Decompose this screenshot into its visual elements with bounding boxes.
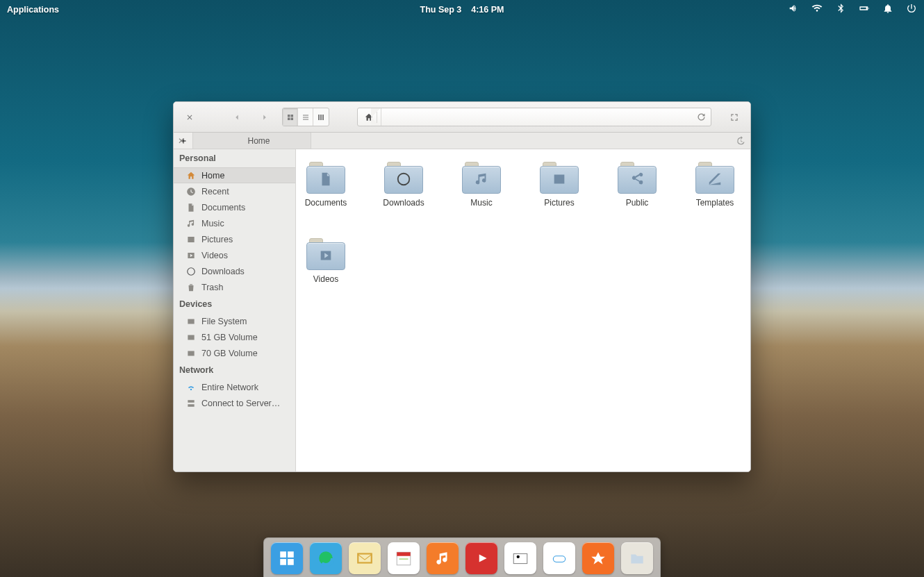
maximize-button[interactable] [724, 108, 745, 126]
tab-close-button[interactable]: ✕ [178, 136, 185, 146]
files-icon [628, 549, 646, 567]
nav-forward-button[interactable] [254, 108, 275, 126]
switchboard-icon [550, 549, 568, 567]
videos-icon [186, 251, 196, 260]
bluetooth-icon[interactable] [835, 3, 846, 16]
documents-icon [186, 203, 196, 212]
sound-icon[interactable] [788, 3, 799, 16]
folder-templates[interactable]: Templates [695, 162, 735, 208]
sidebar-item-label: Trash [201, 283, 224, 292]
pathbar[interactable] [357, 108, 711, 126]
svg-rect-4 [288, 559, 294, 565]
content-area[interactable]: DocumentsDownloadsMusicPicturesPublicTem… [296, 149, 750, 471]
folder-icon [540, 162, 579, 194]
sidebar-section-header: Devices [174, 295, 295, 313]
view-columns-button[interactable] [313, 108, 329, 126]
close-window-button[interactable] [179, 108, 200, 126]
folder-icon [695, 162, 734, 194]
sidebar-item-pictures[interactable]: Pictures [174, 231, 295, 247]
tab-label: Home [247, 136, 270, 146]
sidebar-item-label: 70 GB Volume [201, 349, 258, 358]
sidebar-item-label: Connect to Server… [201, 399, 280, 408]
dock-switchboard[interactable] [543, 542, 575, 574]
dock-appcenter[interactable] [582, 542, 614, 574]
files-window: ✕ Home PersonalHomeRecentDocumentsMusicP… [173, 101, 751, 472]
drive-icon [186, 333, 196, 342]
sidebar-item-label: Documents [201, 203, 245, 212]
view-icons-button[interactable] [283, 108, 298, 126]
folder-videos[interactable]: Videos [306, 238, 346, 284]
trash-icon [186, 283, 196, 292]
svg-rect-3 [280, 559, 286, 565]
sidebar-item-label: Home [201, 171, 224, 181]
sidebar-item-home[interactable]: Home [174, 167, 295, 183]
notifications-icon[interactable] [882, 3, 893, 16]
nav-back-button[interactable] [226, 108, 247, 126]
sidebar-item-documents[interactable]: Documents [174, 199, 295, 215]
music-icon [434, 549, 452, 567]
folder-documents[interactable]: Documents [306, 162, 346, 208]
tab-bar: ✕ Home [174, 133, 750, 149]
dock [263, 537, 661, 577]
svg-rect-9 [397, 552, 411, 555]
folder-label: Downloads [383, 198, 424, 208]
sidebar-item-recent[interactable]: Recent [174, 183, 295, 199]
dock-web-browser[interactable] [310, 542, 342, 574]
panel-time[interactable]: 4:16 PM [471, 5, 504, 15]
sidebar-item-downloads[interactable]: Downloads [174, 263, 295, 279]
sidebar-item-label: Entire Network [201, 383, 258, 392]
tab-history-button[interactable] [731, 133, 750, 149]
music-icon [186, 219, 196, 228]
sidebar-item-connect-to-server-[interactable]: Connect to Server… [174, 395, 295, 411]
web-browser-icon [317, 549, 335, 567]
videos-icon [472, 549, 490, 567]
sidebar-item-51-gb-volume[interactable]: 51 GB Volume [174, 329, 295, 345]
dock-calendar[interactable] [388, 542, 420, 574]
power-icon[interactable] [906, 3, 917, 16]
downloads-icon [186, 267, 196, 276]
desktop: Applications Thu Sep 3 4:16 PM [0, 0, 924, 577]
dock-music[interactable] [427, 542, 459, 574]
panel-date[interactable]: Thu Sep 3 [420, 5, 462, 15]
recent-icon [186, 187, 196, 196]
wifi-icon[interactable] [811, 3, 823, 16]
files-toolbar [174, 102, 750, 133]
dock-multitasking[interactable] [271, 542, 303, 574]
folder-downloads[interactable]: Downloads [383, 162, 424, 208]
dock-files[interactable] [621, 542, 653, 574]
sidebar-item-trash[interactable]: Trash [174, 279, 295, 295]
breadcrumb-home[interactable] [361, 108, 377, 126]
tab-home[interactable]: ✕ Home [193, 133, 311, 149]
dock-photos[interactable] [504, 542, 536, 574]
sidebar-item-file-system[interactable]: File System [174, 313, 295, 329]
reload-button[interactable] [696, 112, 707, 125]
mail-icon [356, 549, 374, 567]
drive-icon [186, 349, 196, 358]
battery-icon[interactable] [859, 3, 870, 16]
folder-public[interactable]: Public [617, 162, 657, 208]
folder-icon [306, 162, 345, 194]
calendar-icon [395, 549, 413, 567]
svg-rect-14 [553, 556, 565, 562]
folder-label: Public [626, 198, 649, 208]
folder-pictures[interactable]: Pictures [539, 162, 579, 208]
svg-rect-7 [358, 554, 372, 563]
sidebar-item-music[interactable]: Music [174, 215, 295, 231]
sidebar-section-header: Network [174, 361, 295, 379]
dock-mail[interactable] [349, 542, 381, 574]
dock-videos[interactable] [465, 542, 497, 574]
folder-label: Videos [313, 274, 338, 284]
appcenter-icon [589, 549, 607, 567]
sidebar-item-videos[interactable]: Videos [174, 247, 295, 263]
folder-icon [306, 238, 345, 270]
sidebar-item-70-gb-volume[interactable]: 70 GB Volume [174, 345, 295, 361]
photos-icon [511, 549, 529, 567]
drive-icon [186, 317, 196, 326]
view-list-button[interactable] [298, 108, 313, 126]
folder-music[interactable]: Music [461, 162, 502, 208]
folder-label: Pictures [544, 198, 574, 208]
view-switcher [282, 108, 329, 126]
sidebar-item-entire-network[interactable]: Entire Network [174, 379, 295, 395]
pictures-icon [186, 235, 196, 244]
applications-menu[interactable]: Applications [7, 5, 59, 15]
